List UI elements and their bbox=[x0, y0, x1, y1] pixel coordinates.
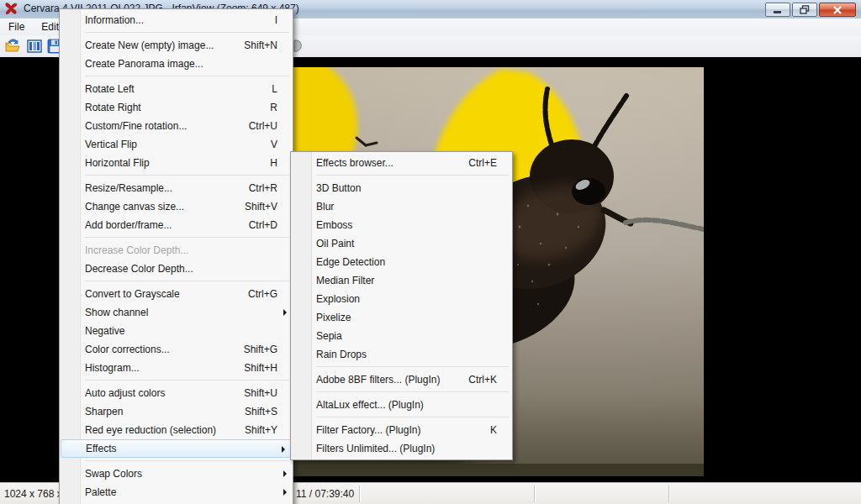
menu-item-horizontal-flip[interactable]: Horizontal FlipH bbox=[60, 154, 293, 172]
menu-separator bbox=[85, 32, 289, 33]
menu-item-red-eye-reduction[interactable]: Red eye reduction (selection)Shift+Y bbox=[60, 421, 293, 439]
menu-item-swap-colors[interactable]: Swap Colors bbox=[60, 465, 293, 483]
menu-item-color-corrections[interactable]: Color corrections...Shift+G bbox=[60, 340, 293, 359]
menu-item-3d-button[interactable]: 3D Button bbox=[291, 179, 512, 197]
menu-item-oil-paint[interactable]: Oil Paint bbox=[291, 234, 512, 253]
menu-item-palette[interactable]: Palette bbox=[60, 483, 293, 501]
menu-item-median-filter[interactable]: Median Filter bbox=[291, 271, 512, 290]
image-menu-popup: Information...I Create New (empty) image… bbox=[59, 8, 293, 504]
menu-item-histogram[interactable]: Histogram...Shift+H bbox=[60, 359, 293, 377]
menu-item-rain-drops[interactable]: Rain Drops bbox=[291, 345, 512, 364]
menu-item-create-new-image[interactable]: Create New (empty) image...Shift+N bbox=[60, 36, 293, 55]
submenu-arrow-icon bbox=[283, 309, 287, 316]
minimize-button[interactable] bbox=[765, 3, 790, 17]
status-datetime: 11 / 07:39:40 bbox=[296, 488, 354, 500]
status-image-size: 1024 x 768 x bbox=[4, 488, 62, 500]
menu-item-emboss[interactable]: Emboss bbox=[291, 216, 512, 234]
menu-item-edge-detection[interactable]: Edge Detection bbox=[291, 253, 512, 271]
menu-item-sepia[interactable]: Sepia bbox=[291, 327, 512, 345]
menu-item-add-border-frame[interactable]: Add border/frame...Ctrl+D bbox=[60, 216, 293, 234]
menu-item-decrease-color-depth[interactable]: Decrease Color Depth... bbox=[60, 260, 293, 278]
menu-separator bbox=[85, 175, 289, 176]
menu-item-explosion[interactable]: Explosion bbox=[291, 290, 512, 308]
menu-item-adobe-8bf-filters[interactable]: Adobe 8BF filters... (PlugIn)Ctrl+K bbox=[291, 370, 512, 389]
menu-separator bbox=[85, 380, 289, 381]
menu-separator bbox=[316, 366, 509, 367]
menu-item-effects[interactable]: Effects bbox=[61, 439, 292, 458]
statusbar-separator bbox=[668, 486, 670, 502]
menu-separator bbox=[85, 460, 289, 461]
restore-button[interactable] bbox=[792, 3, 817, 17]
menu-item-auto-adjust-colors[interactable]: Auto adjust colorsShift+U bbox=[60, 384, 293, 402]
menu-item-show-channel[interactable]: Show channel bbox=[60, 303, 293, 322]
menu-item-information[interactable]: Information...I bbox=[60, 11, 293, 29]
restore-icon bbox=[800, 5, 810, 14]
menu-item-negative[interactable]: Negative bbox=[60, 322, 293, 340]
statusbar-separator bbox=[534, 486, 536, 502]
thumbnails-icon[interactable] bbox=[26, 38, 43, 55]
submenu-arrow-icon bbox=[282, 446, 285, 453]
menu-separator bbox=[85, 237, 289, 238]
close-button[interactable] bbox=[819, 3, 856, 17]
minimize-icon bbox=[773, 6, 783, 14]
menu-item-blur[interactable]: Blur bbox=[291, 197, 512, 216]
submenu-arrow-icon bbox=[283, 489, 287, 496]
menu-item-vertical-flip[interactable]: Vertical FlipV bbox=[60, 135, 293, 154]
menu-separator bbox=[316, 175, 509, 176]
menu-item-resize-resample[interactable]: Resize/Resample...Ctrl+R bbox=[60, 179, 293, 197]
menu-item-rotate-right[interactable]: Rotate RightR bbox=[60, 98, 293, 117]
menu-separator bbox=[85, 76, 289, 76]
menu-item-create-panorama-image[interactable]: Create Panorama image... bbox=[60, 55, 293, 73]
menu-item-change-canvas-size[interactable]: Change canvas size...Shift+V bbox=[60, 197, 293, 216]
menu-separator bbox=[316, 391, 509, 392]
menubar-file[interactable]: File bbox=[0, 19, 33, 34]
irfanview-window: Cervara 4 VII 2011 OL022.JPG - IrfanView… bbox=[0, 0, 861, 504]
menu-item-filters-unlimited[interactable]: Filters Unlimited... (PlugIn) bbox=[291, 439, 512, 458]
menu-item-altalux-effect[interactable]: AltaLux effect... (PlugIn) bbox=[291, 396, 512, 414]
open-folder-icon[interactable] bbox=[4, 38, 21, 55]
submenu-arrow-icon bbox=[283, 470, 287, 477]
menu-separator bbox=[316, 417, 509, 417]
menu-item-increase-color-depth[interactable]: Increase Color Depth... bbox=[60, 241, 293, 260]
statusbar-separator bbox=[359, 486, 361, 502]
app-icon-irfanview bbox=[3, 2, 18, 17]
menu-item-filter-factory[interactable]: Filter Factory... (PlugIn)K bbox=[291, 421, 512, 439]
menu-item-pixelize[interactable]: Pixelize bbox=[291, 308, 512, 327]
menu-item-effects-browser[interactable]: Effects browser...Ctrl+E bbox=[291, 154, 512, 172]
close-icon bbox=[832, 6, 843, 14]
menu-item-convert-to-grayscale[interactable]: Convert to GrayscaleCtrl+G bbox=[60, 285, 293, 303]
menu-separator bbox=[85, 281, 289, 281]
effects-submenu-popup: Effects browser...Ctrl+E 3D Button Blur … bbox=[290, 151, 513, 460]
menu-item-sharpen[interactable]: SharpenShift+S bbox=[60, 402, 293, 421]
window-controls bbox=[765, 3, 856, 17]
menu-item-custom-fine-rotation[interactable]: Custom/Fine rotation...Ctrl+U bbox=[60, 117, 293, 135]
menu-item-rotate-left[interactable]: Rotate LeftL bbox=[60, 80, 293, 98]
